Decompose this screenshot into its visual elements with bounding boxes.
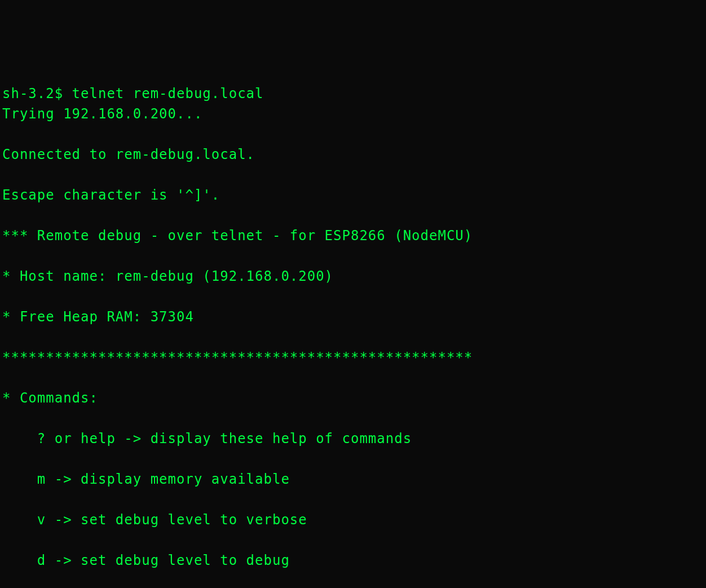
terminal-output-line: * Commands:: [2, 388, 704, 408]
terminal-output-line: * Free Heap RAM: 37304: [2, 307, 704, 327]
terminal-output-line: Trying 192.168.0.200...: [2, 104, 704, 124]
terminal-output-line: m -> display memory available: [2, 469, 704, 489]
terminal-output-line: *** Remote debug - over telnet - for ESP…: [2, 226, 704, 246]
terminal-output-line: d -> set debug level to debug: [2, 550, 704, 571]
terminal-output-line: ****************************************…: [2, 347, 704, 368]
terminal-output-line: Escape character is '^]'.: [2, 185, 704, 205]
terminal-output-line: v -> set debug level to verbose: [2, 510, 704, 530]
terminal-output-line: Connected to rem-debug.local.: [2, 144, 704, 165]
terminal-prompt: sh-3.2$: [2, 86, 72, 101]
terminal-command[interactable]: telnet rem-debug.local: [72, 86, 264, 101]
terminal-output-line: * Host name: rem-debug (192.168.0.200): [2, 266, 704, 286]
terminal-output-line: ? or help -> display these help of comma…: [2, 428, 704, 449]
